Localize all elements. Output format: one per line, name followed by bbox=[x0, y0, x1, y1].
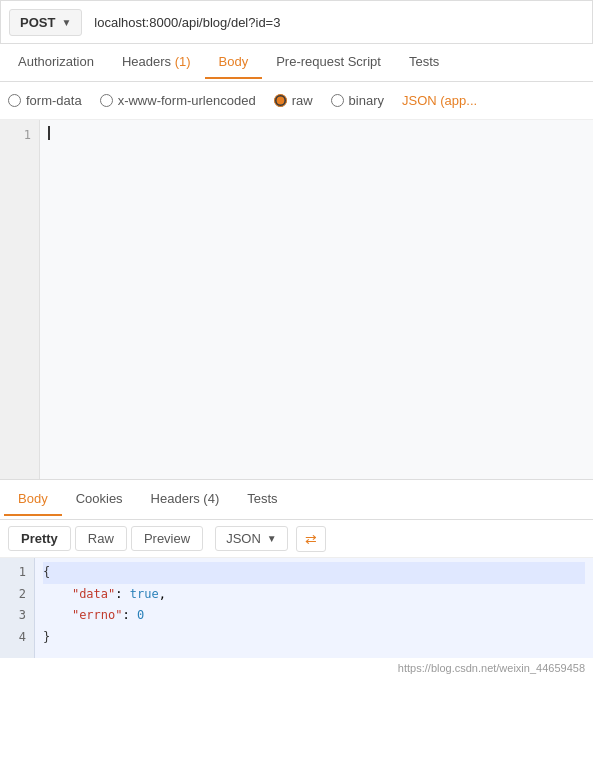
json-format-label: JSON bbox=[226, 531, 261, 546]
request-tabs-bar: Authorization Headers (1) Body Pre-reque… bbox=[0, 44, 593, 82]
response-tab-cookies[interactable]: Cookies bbox=[62, 483, 137, 516]
method-select[interactable]: POST ▼ bbox=[9, 9, 82, 36]
response-content: { "data": true, "errno": 0 } bbox=[35, 558, 593, 658]
json-format-dropdown[interactable]: JSON ▼ bbox=[215, 526, 288, 551]
resp-line-1: { bbox=[43, 562, 585, 584]
response-toolbar: Pretty Raw Preview JSON ▼ ⇄ bbox=[0, 520, 593, 558]
editor-content[interactable] bbox=[40, 120, 593, 479]
tab-body[interactable]: Body bbox=[205, 46, 263, 79]
resp-errno-key: "errno": 0 bbox=[43, 605, 144, 627]
resp-line-4: } bbox=[43, 627, 585, 649]
radio-urlencoded-input[interactable] bbox=[100, 94, 113, 107]
tab-pre-request-script[interactable]: Pre-request Script bbox=[262, 46, 395, 79]
radio-urlencoded[interactable]: x-www-form-urlencoded bbox=[100, 93, 256, 108]
radio-raw-label: raw bbox=[292, 93, 313, 108]
raw-button[interactable]: Raw bbox=[75, 526, 127, 551]
editor-cursor-line bbox=[48, 126, 585, 140]
url-input[interactable] bbox=[90, 11, 584, 34]
radio-binary[interactable]: binary bbox=[331, 93, 384, 108]
response-tab-body[interactable]: Body bbox=[4, 483, 62, 516]
resp-line-num-3: 3 bbox=[8, 605, 26, 627]
json-dropdown-arrow-icon: ▼ bbox=[267, 533, 277, 544]
tab-headers[interactable]: Headers (1) bbox=[108, 46, 205, 79]
wrap-button[interactable]: ⇄ bbox=[296, 526, 326, 552]
tab-tests[interactable]: Tests bbox=[395, 46, 453, 79]
line-number-1: 1 bbox=[8, 126, 31, 145]
radio-form-data[interactable]: form-data bbox=[8, 93, 82, 108]
tab-authorization[interactable]: Authorization bbox=[4, 46, 108, 79]
resp-line-num-2: 2 bbox=[8, 584, 26, 606]
request-code-editor: 1 bbox=[0, 120, 593, 480]
resp-line-num-4: 4 bbox=[8, 627, 26, 649]
method-label: POST bbox=[20, 15, 55, 30]
response-tab-headers[interactable]: Headers (4) bbox=[137, 483, 234, 516]
response-tab-tests[interactable]: Tests bbox=[233, 483, 291, 516]
pretty-button[interactable]: Pretty bbox=[8, 526, 71, 551]
request-bar: POST ▼ bbox=[0, 0, 593, 44]
resp-line-2: "data": true, bbox=[43, 584, 585, 606]
resp-line-3: "errno": 0 bbox=[43, 605, 585, 627]
json-app-label[interactable]: JSON (app... bbox=[402, 93, 477, 108]
resp-data-key: "data": true, bbox=[43, 584, 166, 606]
resp-brace-close: } bbox=[43, 627, 50, 649]
watermark: https://blog.csdn.net/weixin_44659458 bbox=[0, 658, 593, 678]
radio-binary-input[interactable] bbox=[331, 94, 344, 107]
radio-binary-label: binary bbox=[349, 93, 384, 108]
resp-brace-open: { bbox=[43, 562, 50, 584]
response-code-area: 1 2 3 4 { "data": true, "errno": 0 } bbox=[0, 558, 593, 658]
radio-urlencoded-label: x-www-form-urlencoded bbox=[118, 93, 256, 108]
response-tabs-bar: Body Cookies Headers (4) Tests bbox=[0, 480, 593, 520]
preview-button[interactable]: Preview bbox=[131, 526, 203, 551]
radio-raw-input[interactable] bbox=[274, 94, 287, 107]
method-arrow-icon: ▼ bbox=[61, 17, 71, 28]
response-section: Body Cookies Headers (4) Tests Pretty Ra… bbox=[0, 480, 593, 678]
response-line-numbers: 1 2 3 4 bbox=[0, 558, 35, 658]
radio-form-data-input[interactable] bbox=[8, 94, 21, 107]
radio-form-data-label: form-data bbox=[26, 93, 82, 108]
editor-cursor bbox=[48, 126, 50, 140]
radio-raw[interactable]: raw bbox=[274, 93, 313, 108]
resp-line-num-1: 1 bbox=[8, 562, 26, 584]
editor-line-numbers: 1 bbox=[0, 120, 40, 479]
body-type-bar: form-data x-www-form-urlencoded raw bina… bbox=[0, 82, 593, 120]
